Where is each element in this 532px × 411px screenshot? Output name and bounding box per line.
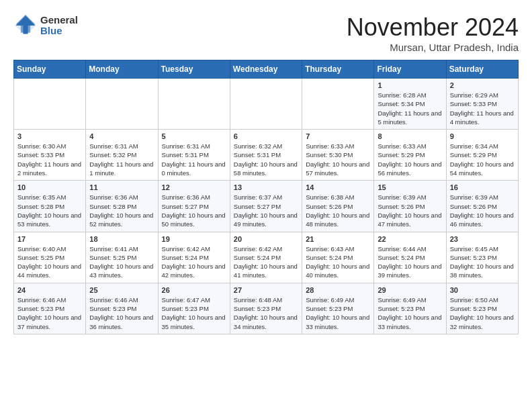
day-number: 23: [450, 235, 515, 243]
day-info: Sunrise: 6:33 AM Sunset: 5:30 PM Dayligh…: [306, 142, 370, 177]
calendar-week-row: 24Sunrise: 6:46 AM Sunset: 5:23 PM Dayli…: [14, 283, 519, 334]
calendar-cell: 24Sunrise: 6:46 AM Sunset: 5:23 PM Dayli…: [14, 283, 86, 334]
day-number: 27: [234, 286, 298, 294]
calendar-cell: 27Sunrise: 6:48 AM Sunset: 5:23 PM Dayli…: [230, 283, 302, 334]
month-title: November 2024: [347, 13, 519, 42]
day-number: 24: [17, 286, 82, 294]
calendar-cell: 18Sunrise: 6:41 AM Sunset: 5:25 PM Dayli…: [86, 232, 158, 283]
day-info: Sunrise: 6:30 AM Sunset: 5:33 PM Dayligh…: [17, 142, 82, 177]
calendar-cell: 20Sunrise: 6:42 AM Sunset: 5:24 PM Dayli…: [230, 232, 302, 283]
calendar-table: SundayMondayTuesdayWednesdayThursdayFrid…: [13, 60, 519, 334]
day-info: Sunrise: 6:41 AM Sunset: 5:25 PM Dayligh…: [89, 244, 154, 280]
day-info: Sunrise: 6:36 AM Sunset: 5:27 PM Dayligh…: [162, 193, 226, 228]
day-info: Sunrise: 6:31 AM Sunset: 5:31 PM Dayligh…: [162, 142, 226, 177]
day-info: Sunrise: 6:35 AM Sunset: 5:28 PM Dayligh…: [17, 193, 82, 228]
column-header-tuesday: Tuesday: [158, 60, 230, 79]
calendar-cell: 8Sunrise: 6:33 AM Sunset: 5:29 PM Daylig…: [374, 130, 446, 181]
day-info: Sunrise: 6:34 AM Sunset: 5:29 PM Dayligh…: [450, 142, 515, 177]
day-info: Sunrise: 6:33 AM Sunset: 5:29 PM Dayligh…: [378, 142, 442, 177]
day-info: Sunrise: 6:31 AM Sunset: 5:32 PM Dayligh…: [89, 142, 154, 177]
calendar-cell: 19Sunrise: 6:42 AM Sunset: 5:24 PM Dayli…: [158, 232, 230, 283]
calendar-cell: 12Sunrise: 6:36 AM Sunset: 5:27 PM Dayli…: [158, 181, 230, 232]
day-info: Sunrise: 6:46 AM Sunset: 5:23 PM Dayligh…: [17, 295, 82, 331]
calendar-cell: 4Sunrise: 6:31 AM Sunset: 5:32 PM Daylig…: [86, 130, 158, 181]
column-header-wednesday: Wednesday: [230, 60, 302, 79]
day-info: Sunrise: 6:48 AM Sunset: 5:23 PM Dayligh…: [234, 295, 298, 331]
day-number: 12: [162, 183, 226, 191]
calendar-cell: 11Sunrise: 6:36 AM Sunset: 5:28 PM Dayli…: [86, 181, 158, 232]
calendar-cell: [14, 79, 86, 130]
day-number: 20: [234, 235, 298, 243]
calendar-cell: 25Sunrise: 6:46 AM Sunset: 5:23 PM Dayli…: [86, 283, 158, 334]
calendar-cell: [230, 79, 302, 130]
day-info: Sunrise: 6:39 AM Sunset: 5:26 PM Dayligh…: [450, 193, 515, 228]
day-number: 9: [450, 132, 515, 140]
day-number: 11: [89, 183, 154, 191]
calendar-cell: 21Sunrise: 6:43 AM Sunset: 5:24 PM Dayli…: [302, 232, 374, 283]
calendar-cell: 28Sunrise: 6:49 AM Sunset: 5:23 PM Dayli…: [302, 283, 374, 334]
logo-icon: [13, 13, 38, 38]
day-number: 16: [450, 183, 515, 191]
day-number: 10: [17, 183, 82, 191]
day-info: Sunrise: 6:42 AM Sunset: 5:24 PM Dayligh…: [234, 244, 298, 280]
day-number: 8: [378, 132, 442, 140]
day-info: Sunrise: 6:44 AM Sunset: 5:24 PM Dayligh…: [378, 244, 442, 280]
day-number: 6: [234, 132, 298, 140]
calendar-cell: 13Sunrise: 6:37 AM Sunset: 5:27 PM Dayli…: [230, 181, 302, 232]
calendar-cell: 5Sunrise: 6:31 AM Sunset: 5:31 PM Daylig…: [158, 130, 230, 181]
day-info: Sunrise: 6:37 AM Sunset: 5:27 PM Dayligh…: [234, 193, 298, 228]
day-number: 17: [17, 235, 82, 243]
day-info: Sunrise: 6:38 AM Sunset: 5:26 PM Dayligh…: [306, 193, 370, 228]
day-info: Sunrise: 6:49 AM Sunset: 5:23 PM Dayligh…: [306, 295, 370, 331]
calendar-cell: [86, 79, 158, 130]
day-info: Sunrise: 6:49 AM Sunset: 5:23 PM Dayligh…: [378, 295, 442, 331]
day-number: 1: [378, 81, 442, 89]
column-header-friday: Friday: [374, 60, 446, 79]
day-info: Sunrise: 6:45 AM Sunset: 5:23 PM Dayligh…: [450, 244, 515, 280]
calendar-cell: 3Sunrise: 6:30 AM Sunset: 5:33 PM Daylig…: [14, 130, 86, 181]
day-number: 30: [450, 286, 515, 294]
column-header-saturday: Saturday: [446, 60, 518, 79]
day-number: 25: [89, 286, 154, 294]
calendar-week-row: 10Sunrise: 6:35 AM Sunset: 5:28 PM Dayli…: [14, 181, 519, 232]
day-number: 13: [234, 183, 298, 191]
calendar-cell: [158, 79, 230, 130]
day-info: Sunrise: 6:36 AM Sunset: 5:28 PM Dayligh…: [89, 193, 154, 228]
calendar-cell: 17Sunrise: 6:40 AM Sunset: 5:25 PM Dayli…: [14, 232, 86, 283]
day-info: Sunrise: 6:43 AM Sunset: 5:24 PM Dayligh…: [306, 244, 370, 280]
logo-text: General Blue: [40, 15, 78, 37]
calendar-cell: 2Sunrise: 6:29 AM Sunset: 5:33 PM Daylig…: [446, 79, 518, 130]
calendar-week-row: 17Sunrise: 6:40 AM Sunset: 5:25 PM Dayli…: [14, 232, 519, 283]
day-info: Sunrise: 6:32 AM Sunset: 5:31 PM Dayligh…: [234, 142, 298, 177]
day-number: 26: [162, 286, 226, 294]
calendar-week-row: 1Sunrise: 6:28 AM Sunset: 5:34 PM Daylig…: [14, 79, 519, 130]
column-header-sunday: Sunday: [14, 60, 86, 79]
day-info: Sunrise: 6:46 AM Sunset: 5:23 PM Dayligh…: [89, 295, 154, 331]
day-number: 4: [89, 132, 154, 140]
day-number: 22: [378, 235, 442, 243]
calendar-cell: 9Sunrise: 6:34 AM Sunset: 5:29 PM Daylig…: [446, 130, 518, 181]
calendar-cell: 22Sunrise: 6:44 AM Sunset: 5:24 PM Dayli…: [374, 232, 446, 283]
day-number: 14: [306, 183, 370, 191]
day-number: 29: [378, 286, 442, 294]
location: Mursan, Uttar Pradesh, India: [347, 42, 519, 53]
day-info: Sunrise: 6:50 AM Sunset: 5:23 PM Dayligh…: [450, 295, 515, 331]
calendar-header-row: SundayMondayTuesdayWednesdayThursdayFrid…: [14, 60, 519, 79]
logo: General Blue: [13, 13, 78, 38]
day-info: Sunrise: 6:42 AM Sunset: 5:24 PM Dayligh…: [162, 244, 226, 280]
calendar-cell: 26Sunrise: 6:47 AM Sunset: 5:23 PM Dayli…: [158, 283, 230, 334]
calendar-cell: 10Sunrise: 6:35 AM Sunset: 5:28 PM Dayli…: [14, 181, 86, 232]
calendar-cell: 1Sunrise: 6:28 AM Sunset: 5:34 PM Daylig…: [374, 79, 446, 130]
calendar-cell: [302, 79, 374, 130]
day-info: Sunrise: 6:39 AM Sunset: 5:26 PM Dayligh…: [378, 193, 442, 228]
logo-general: General: [40, 15, 78, 26]
day-number: 2: [450, 81, 515, 89]
calendar-week-row: 3Sunrise: 6:30 AM Sunset: 5:33 PM Daylig…: [14, 130, 519, 181]
calendar-cell: 16Sunrise: 6:39 AM Sunset: 5:26 PM Dayli…: [446, 181, 518, 232]
title-block: November 2024 Mursan, Uttar Pradesh, Ind…: [347, 13, 519, 53]
calendar-cell: 23Sunrise: 6:45 AM Sunset: 5:23 PM Dayli…: [446, 232, 518, 283]
day-number: 19: [162, 235, 226, 243]
column-header-thursday: Thursday: [302, 60, 374, 79]
day-number: 7: [306, 132, 370, 140]
day-number: 21: [306, 235, 370, 243]
